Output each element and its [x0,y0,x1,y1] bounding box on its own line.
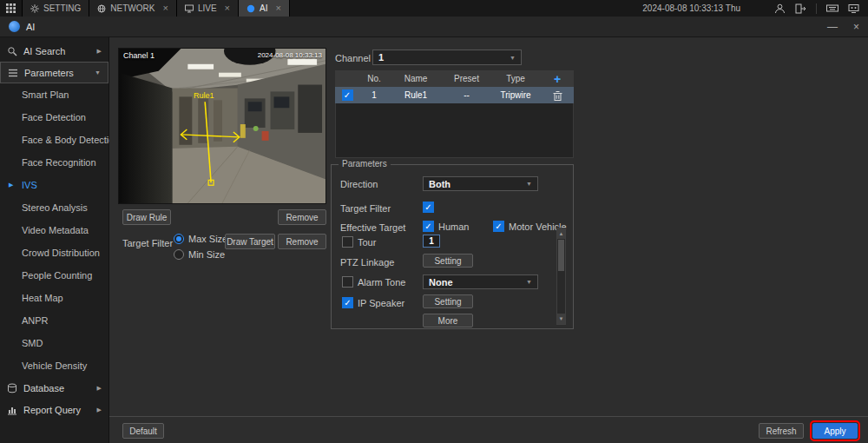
tab-label: SETTING [43,3,81,13]
checkbox-icon[interactable]: ✓ [423,221,434,232]
sidebar-item-face-detection[interactable]: Face Detection [0,106,108,129]
scroll-down-icon[interactable]: ▼ [557,314,565,324]
rules-table: No. Name Preset Type + ✓ 1 Rule1 -- Trip… [335,70,574,158]
ip-speaker-setting-button[interactable]: Setting [423,294,473,308]
more-button[interactable]: More [423,314,473,327]
checkbox-icon[interactable]: ✓ [493,221,504,232]
draw-target-button[interactable]: Draw Target [225,234,275,249]
footer-bar: Default Refresh Apply [109,416,868,443]
tour-input[interactable]: 1 [423,235,440,248]
minimize-icon[interactable]: — [827,22,838,32]
chevron-down-icon: ▼ [510,55,516,61]
checkbox-label: IP Speaker [358,298,404,308]
database-icon [7,383,17,393]
ai-icon [247,4,255,13]
tab-label: LIVE [198,3,217,13]
select-value: None [429,277,453,288]
cell-no: 1 [359,90,389,100]
tab-ai[interactable]: AI × [239,0,290,17]
tab-live[interactable]: LIVE × [177,0,239,17]
target-filter-label: Target Filter [122,238,173,248]
ptz-setting-button[interactable]: Setting [423,254,473,268]
radio-selected-icon[interactable] [174,234,184,244]
radio-label: Min Size [188,249,225,260]
table-row[interactable]: ✓ 1 Rule1 -- Tripwire [335,87,574,103]
camera-frame-image [119,49,326,203]
assistant-icon[interactable] [848,3,859,14]
datetime-text: 2024-08-08 10:33:13 Thu [642,3,740,13]
alarm-tone-select[interactable]: None ▼ [423,274,538,289]
ip-speaker-checkbox[interactable]: ✓ IP Speaker [342,297,404,308]
parameters-groupbox: Parameters Direction Both ▼ Target Filte… [331,164,574,329]
motor-vehicle-checkbox[interactable]: ✓ Motor Vehicle [493,221,567,232]
logout-icon[interactable] [795,3,806,14]
tab-setting[interactable]: SETTING [23,0,89,17]
tour-checkbox[interactable]: Tour [342,236,376,248]
close-tab-icon[interactable]: × [275,3,280,13]
apps-grid-icon[interactable] [0,0,23,17]
sidebar-item-smart-plan[interactable]: Smart Plan [0,83,108,106]
max-size-radio[interactable]: Max Size [174,234,227,244]
sidebar-item-stereo-analysis[interactable]: Stereo Analysis [0,196,108,219]
sidebar-item-ivs[interactable]: ▶ IVS [0,174,108,196]
select-value: 1 [378,52,384,63]
refresh-button[interactable]: Refresh [759,423,804,439]
chevron-down-icon: ▼ [526,279,532,285]
checkbox-icon[interactable] [342,276,353,288]
checkbox-label: Tour [358,237,376,248]
chevron-right-icon: ▶ [97,385,102,392]
sidebar-item-smd[interactable]: SMD [0,332,108,354]
close-tab-icon[interactable]: × [225,3,230,13]
sidebar-section-parameters[interactable]: Parameters ▼ [0,62,108,83]
apply-button[interactable]: Apply [812,423,858,439]
cell-preset: -- [443,90,490,100]
remove-rule-button[interactable]: Remove [278,209,326,225]
top-tab-bar: SETTING NETWORK × LIVE × AI × 2024-08-08… [0,0,868,17]
monitor-icon [185,4,194,13]
delete-rule-icon[interactable] [541,90,574,101]
sidebar-item-heat-map[interactable]: Heat Map [0,287,108,309]
sidebar-item-anpr[interactable]: ANPR [0,309,108,332]
keyboard-icon[interactable] [826,3,838,13]
video-preview[interactable]: Chanel 1 2024-08-08 10:33:13 Rule1 [118,48,326,204]
sidebar-item-face-recognition[interactable]: Face Recognition [0,151,108,174]
channel-select[interactable]: 1 ▼ [372,50,522,65]
sidebar-item-people-counting[interactable]: People Counting [0,264,108,287]
table-header-row: No. Name Preset Type + [335,70,574,87]
radio-unselected-icon[interactable] [174,249,184,260]
remove-target-button[interactable]: Remove [278,234,326,249]
scrollbar[interactable]: ▲ ▼ [556,228,566,325]
draw-rule-button[interactable]: Draw Rule [122,209,171,225]
chevron-down-icon: ▼ [95,69,101,76]
sidebar-section-ai-search[interactable]: AI Search ▶ [0,40,108,62]
close-icon[interactable]: × [853,22,859,32]
checkbox-icon[interactable]: ✓ [342,297,353,308]
column-header-type: Type [490,74,541,83]
radio-label: Max Size [188,234,227,244]
osd-channel-label: Chanel 1 [123,51,155,60]
target-filter-checkbox[interactable]: ✓ [423,202,434,213]
row-checkbox[interactable]: ✓ [342,89,353,101]
chevron-right-icon: ▶ [97,407,102,413]
alarm-tone-checkbox[interactable]: Alarm Tone [342,276,405,288]
min-size-radio[interactable]: Min Size [174,249,225,260]
section-label: Database [23,383,64,393]
default-button[interactable]: Default [122,423,164,439]
sidebar-item-video-metadata[interactable]: Video Metadata [0,219,108,241]
tab-network[interactable]: NETWORK × [89,0,177,17]
user-icon[interactable] [774,3,786,14]
add-rule-button[interactable]: + [554,73,561,85]
scrollbar-thumb[interactable] [558,240,564,271]
scroll-up-icon[interactable]: ▲ [557,228,565,239]
sidebar-section-database[interactable]: Database ▶ [0,377,108,399]
osd-timestamp: 2024-08-08 10:33:13 [258,51,322,59]
direction-select[interactable]: Both ▼ [423,176,538,191]
sidebar-item-face-body-detection[interactable]: Face & Body Detection [0,129,108,151]
ptz-linkage-label: PTZ Linkage [340,257,394,268]
sidebar-item-vehicle-density[interactable]: Vehicle Density [0,354,108,377]
sidebar-item-crowd-distribution[interactable]: Crowd Distribution [0,241,108,264]
close-tab-icon[interactable]: × [162,3,168,13]
sidebar-section-report-query[interactable]: Report Query ▶ [0,399,108,420]
human-checkbox[interactable]: ✓ Human [423,221,469,232]
checkbox-icon[interactable] [342,236,353,248]
